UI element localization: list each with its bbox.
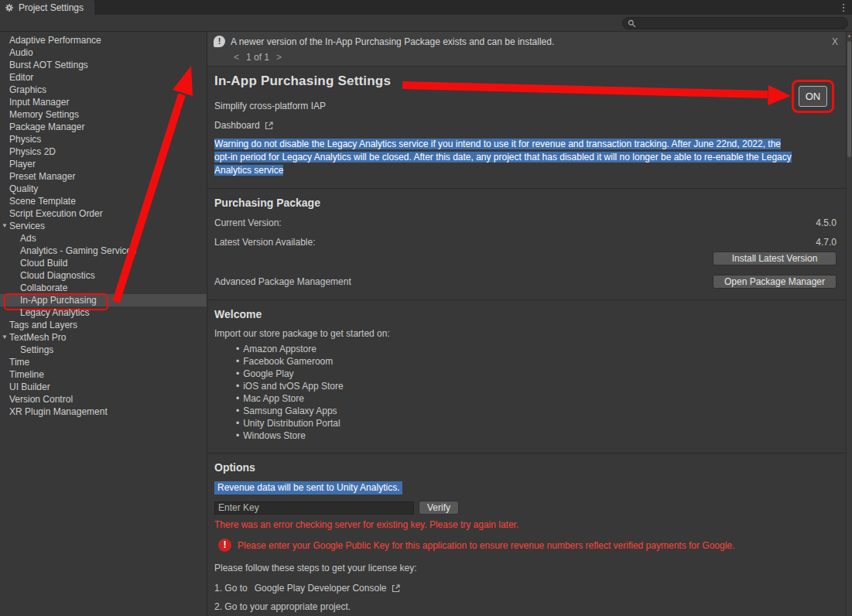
store-list-item: Facebook Gameroom [236,355,837,368]
sidebar-item[interactable]: Time [0,356,207,368]
foldout-chevron-icon[interactable] [2,207,9,220]
foldout-chevron-icon[interactable] [2,306,9,319]
sidebar-item-label: Script Execution Order [9,208,103,219]
latest-version-label: Latest Version Available: [214,237,316,248]
sidebar-item[interactable]: Audio [0,46,207,59]
foldout-chevron-icon[interactable] [2,356,9,368]
foldout-chevron-icon[interactable] [2,59,9,71]
search-box[interactable] [622,17,848,29]
foldout-chevron-icon[interactable] [2,319,9,331]
google-play-console-link[interactable]: Google Play Developer Console [255,583,387,594]
sidebar-item[interactable]: Input Manager [0,96,207,108]
sidebar-item-label: Physics [9,134,41,145]
external-link-icon[interactable] [264,121,274,131]
foldout-chevron-icon[interactable] [2,121,9,133]
iap-settings-panel: In-App Purchasing Settings Simplify cros… [207,67,846,612]
section-divider [207,453,846,453]
sidebar-item[interactable]: Physics [0,133,207,145]
foldout-chevron-icon[interactable] [2,406,9,418]
sidebar-item[interactable]: XR Plugin Management [0,406,207,418]
foldout-chevron-icon[interactable] [2,145,9,158]
sidebar-item-label: Collaborate [20,282,67,293]
open-package-manager-button[interactable]: Open Package Manager [713,275,837,289]
sidebar-item-label: Services [9,221,45,231]
foldout-chevron-icon[interactable] [2,170,9,183]
sidebar-item[interactable]: Scene Template [0,195,207,207]
foldout-chevron-icon[interactable] [2,344,9,356]
foldout-chevron-icon[interactable] [2,269,9,282]
foldout-chevron-icon[interactable] [2,84,9,96]
foldout-chevron-icon[interactable] [2,108,9,121]
sidebar-item[interactable]: Tags and Layers [0,319,207,331]
sidebar-item[interactable]: TextMesh Pro [0,331,207,344]
foldout-chevron-icon[interactable] [2,195,9,207]
foldout-chevron-icon[interactable] [2,368,9,381]
sidebar-item[interactable]: Quality [0,183,207,195]
scrollbar-thumb[interactable] [847,41,851,157]
dashboard-link[interactable]: Dashboard [214,120,837,131]
sidebar-item[interactable]: Physics 2D [0,145,207,158]
sidebar-item[interactable]: Script Execution Order [0,207,207,220]
scroll-up-arrow-icon[interactable]: ▲ [847,33,852,38]
gear-icon [5,3,14,12]
foldout-chevron-icon[interactable] [2,34,9,46]
sidebar-item[interactable]: Analytics - Gaming Services [0,245,207,257]
sidebar-item[interactable]: Settings [0,344,207,356]
sidebar-item-label: Memory Settings [9,109,79,120]
foldout-chevron-icon[interactable] [2,232,9,245]
iap-enable-toggle[interactable]: ON [799,86,827,107]
foldout-chevron-icon[interactable] [2,282,9,294]
sidebar-item[interactable]: Adaptive Performance [0,34,207,46]
foldout-chevron-icon[interactable] [2,331,9,344]
verify-button[interactable]: Verify [419,501,459,515]
sidebar-item[interactable]: Legacy Analytics [0,306,207,319]
foldout-chevron-icon[interactable] [2,393,9,406]
banner-page-indicator: 1 of 1 [246,52,269,63]
store-name: Mac App Store [243,393,304,404]
store-name: iOS and tvOS App Store [243,381,343,392]
info-icon: ! [214,36,225,47]
sidebar-item[interactable]: UI Builder [0,381,207,393]
sidebar-item[interactable]: Editor [0,71,207,84]
sidebar-item[interactable]: Memory Settings [0,108,207,121]
search-input[interactable] [639,19,843,28]
foldout-chevron-icon[interactable] [2,381,9,393]
sidebar-item[interactable]: Package Manager [0,121,207,133]
foldout-chevron-icon[interactable] [2,257,9,269]
sidebar-item[interactable]: Burst AOT Settings [0,59,207,71]
foldout-chevron-icon[interactable] [2,46,9,59]
kebab-menu-icon[interactable]: ⋮ [837,0,850,15]
external-link-icon[interactable] [391,583,401,594]
foldout-chevron-icon[interactable] [2,71,9,84]
install-latest-version-button[interactable]: Install Latest Version [713,252,837,265]
foldout-chevron-icon[interactable] [2,96,9,108]
banner-next-button[interactable]: > [276,52,282,63]
sidebar-item[interactable]: Graphics [0,84,207,96]
sidebar-item[interactable]: Collaborate [0,282,207,294]
sidebar-item[interactable]: Preset Manager [0,170,207,183]
sidebar-item[interactable]: Ads [0,232,207,245]
sidebar-item[interactable]: Cloud Diagnostics [0,269,207,282]
sidebar-item-label: XR Plugin Management [9,406,108,417]
sidebar-item[interactable]: Timeline [0,368,207,381]
sidebar-item-label: Package Manager [9,121,84,132]
foldout-chevron-icon[interactable] [2,133,9,145]
sidebar-item[interactable]: Services [0,220,207,232]
sidebar-item-label: Version Control [9,394,73,405]
foldout-chevron-icon[interactable] [2,294,9,306]
banner-prev-button[interactable]: < [234,52,239,63]
google-key-input[interactable] [214,501,414,515]
sidebar-item[interactable]: Player [0,158,207,170]
vertical-scrollbar[interactable]: ▲ [846,32,852,616]
sidebar-item[interactable]: Version Control [0,393,207,406]
foldout-chevron-icon[interactable] [2,245,9,257]
section-divider [207,188,846,189]
tab-project-settings[interactable]: Project Settings [0,0,94,15]
foldout-chevron-icon[interactable] [2,220,9,232]
banner-close-button[interactable]: X [832,36,838,47]
foldout-chevron-icon[interactable] [2,158,9,170]
foldout-chevron-icon[interactable] [2,183,9,195]
sidebar-item[interactable]: Cloud Build [0,257,207,269]
sidebar-item-label: Settings [20,344,53,355]
sidebar-item[interactable]: In-App Purchasing [0,294,207,306]
